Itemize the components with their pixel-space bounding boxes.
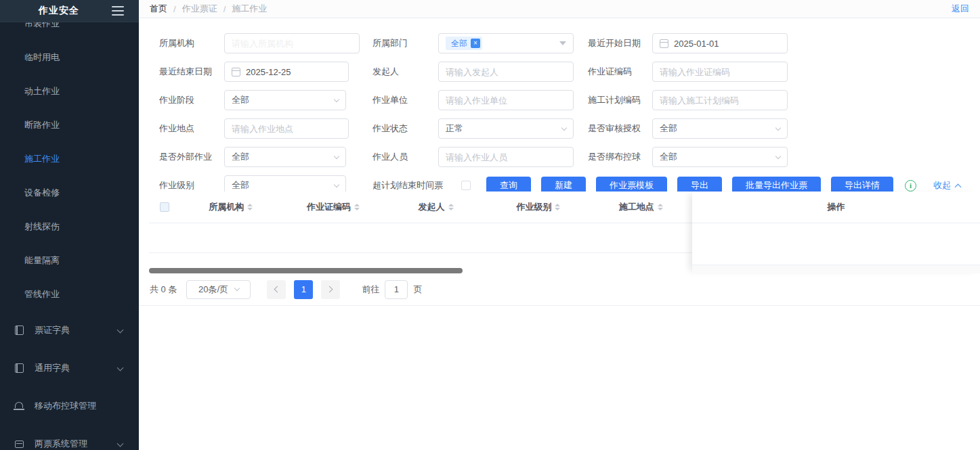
breadcrumb: 首页 作业票证 施工作业 — [150, 3, 267, 15]
chevron-down-icon — [561, 125, 567, 130]
status-label: 作业状态 — [372, 118, 408, 139]
plan-code-label: 施工计划编码 — [588, 90, 641, 110]
chevron-down-icon — [775, 125, 781, 130]
chevron-down-icon — [334, 153, 339, 158]
sidebar-group-item-2[interactable]: 移动布控球管理 — [0, 387, 139, 425]
sidebar-item-5[interactable]: 设备检修 — [0, 176, 139, 210]
calendar-icon — [232, 68, 240, 76]
table-scroll-area: 所属机构作业证编码发起人作业级别施工地点 — [149, 192, 692, 273]
external-label: 是否外部作业 — [159, 147, 212, 167]
page-1-button[interactable]: 1 — [294, 280, 313, 299]
stage-select[interactable]: 全部 — [224, 90, 346, 110]
collapse-toggle[interactable]: 收起 — [933, 179, 970, 192]
dept-label: 所属部门 — [372, 33, 408, 53]
next-page-button[interactable] — [321, 280, 340, 299]
chevron-up-icon — [955, 183, 962, 190]
status-select[interactable]: 正常 — [438, 118, 574, 139]
page-size-select[interactable]: 20条/页 — [186, 280, 251, 299]
breadcrumb-work-tickets[interactable]: 作业票证 — [182, 3, 217, 15]
initiator-input[interactable] — [438, 62, 574, 82]
ball-bound-select[interactable]: 全部 — [652, 147, 788, 167]
initiator-label: 发起人 — [372, 62, 399, 82]
hamburger-menu-icon[interactable] — [112, 6, 124, 16]
location-label: 作业地点 — [159, 118, 194, 139]
overtime-ticket-checkbox[interactable] — [461, 181, 471, 190]
sidebar-item-8[interactable]: 管线作业 — [0, 277, 139, 311]
end-date-label: 最近结束日期 — [159, 62, 212, 82]
unit-input[interactable] — [438, 90, 574, 110]
start-date-picker[interactable]: 2025-01-01 — [652, 33, 788, 53]
chevron-down-icon — [117, 327, 124, 334]
sidebar-group-label: 两票系统管理 — [35, 438, 87, 450]
results-table: 所属机构作业证编码发起人作业级别施工地点 操作 — [139, 192, 980, 273]
start-date-label: 最近开始日期 — [588, 33, 641, 53]
sidebar-item-7[interactable]: 能量隔离 — [0, 244, 139, 277]
sidebar-item-3[interactable]: 断路作业 — [0, 108, 139, 142]
permit-code-input[interactable] — [652, 62, 788, 82]
app-title: 作业安全 — [39, 5, 79, 17]
sidebar-group-label: 票证字典 — [35, 324, 70, 336]
main-content: 首页 作业票证 施工作业 返回 所属机构 所属部门 全部 最近开始日期 — [139, 0, 980, 450]
unit-label: 作业单位 — [372, 90, 408, 110]
column-header-3[interactable]: 作业级别 — [487, 201, 589, 213]
plan-code-input[interactable] — [652, 90, 788, 110]
stage-label: 作业阶段 — [159, 90, 194, 110]
org-label: 所属机构 — [159, 33, 194, 53]
back-link[interactable]: 返回 — [952, 3, 969, 15]
location-input[interactable] — [224, 118, 349, 139]
sidebar-group-item-3[interactable]: 两票系统管理 — [0, 425, 139, 450]
column-header-2[interactable]: 发起人 — [385, 201, 487, 213]
end-date-picker[interactable]: 2025-12-25 — [224, 62, 349, 82]
caret-down-icon — [559, 41, 566, 45]
prev-page-button[interactable] — [267, 280, 286, 299]
external-select[interactable]: 全部 — [224, 147, 346, 167]
chevron-down-icon — [334, 96, 339, 102]
personnel-input[interactable] — [438, 147, 574, 167]
audit-auth-label: 是否审核授权 — [588, 118, 641, 139]
sidebar: 吊装作业临时用电动土作业断路作业施工作业设备检修射线探伤能量隔离管线作业 票证字… — [0, 0, 139, 450]
sidebar-item-4[interactable]: 施工作业 — [0, 142, 139, 176]
page-unit-label: 页 — [413, 284, 422, 296]
permit-code-label: 作业证编码 — [588, 62, 632, 82]
sort-icon[interactable] — [658, 204, 663, 210]
sidebar-group-label: 移动布控球管理 — [35, 400, 96, 412]
sidebar-menu: 吊装作业临时用电动土作业断路作业施工作业设备检修射线探伤能量隔离管线作业 — [0, 7, 139, 311]
org-input[interactable] — [224, 33, 360, 53]
goto-page-input[interactable] — [385, 280, 408, 299]
info-circle-icon[interactable] — [905, 180, 916, 192]
sidebar-item-6[interactable]: 射线探伤 — [0, 210, 139, 244]
fixed-column-strip — [692, 265, 980, 273]
sidebar-group-label: 通用字典 — [35, 362, 70, 374]
audit-auth-select[interactable]: 全部 — [652, 118, 788, 139]
sidebar-item-1[interactable]: 临时用电 — [0, 41, 139, 74]
dept-multiselect[interactable]: 全部 — [438, 33, 574, 53]
select-all-checkbox[interactable] — [160, 202, 169, 212]
personnel-label: 作业人员 — [372, 147, 408, 167]
breadcrumb-home[interactable]: 首页 — [150, 3, 167, 15]
sort-icon[interactable] — [555, 204, 560, 210]
sidebar-item-2[interactable]: 动土作业 — [0, 74, 139, 108]
book-icon — [14, 363, 24, 374]
sort-icon[interactable] — [354, 204, 360, 210]
table-fixed-column: 操作 — [692, 192, 980, 273]
chevron-down-icon — [775, 153, 781, 158]
sidebar-group-item-1[interactable]: 通用字典 — [0, 349, 139, 387]
ball-bound-label: 是否绑布控球 — [588, 147, 641, 167]
chevron-down-icon — [234, 286, 240, 291]
sort-icon[interactable] — [247, 204, 253, 210]
tag-close-icon[interactable] — [471, 39, 480, 48]
sidebar-group-item-0[interactable]: 票证字典 — [0, 311, 139, 349]
tickets-icon — [14, 438, 24, 449]
sort-icon[interactable] — [448, 204, 454, 210]
horizontal-scrollbar-thumb[interactable] — [149, 268, 463, 273]
column-header-4[interactable]: 施工地点 — [590, 201, 692, 213]
dome-camera-icon — [14, 401, 24, 411]
column-header-0[interactable]: 所属机构 — [179, 201, 282, 213]
breadcrumb-separator — [223, 4, 226, 14]
total-count: 共 0 条 — [150, 284, 177, 296]
sidebar-groups: 票证字典通用字典移动布控球管理两票系统管理 — [0, 311, 139, 450]
filter-panel: 所属机构 所属部门 全部 最近开始日期 2025-01-01 最近结束日期 — [139, 18, 980, 210]
column-header-1[interactable]: 作业证编码 — [282, 201, 384, 213]
table-header-scroll: 所属机构作业证编码发起人作业级别施工地点 — [149, 192, 692, 223]
chevron-down-icon — [117, 441, 124, 447]
